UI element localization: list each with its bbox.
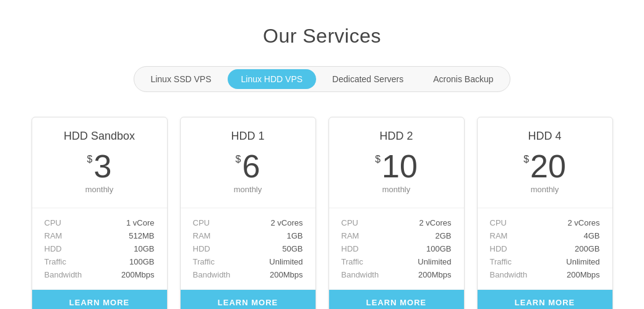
- spec-label: Traffic: [193, 257, 215, 266]
- card-hdd-1: HDD 1$6monthlyCPU2 vCoresRAM1GBHDD50GBTr…: [180, 117, 316, 309]
- spec-label: HDD: [490, 244, 507, 253]
- spec-row: Bandwidth200Mbps: [193, 270, 303, 279]
- spec-row: HDD200GB: [490, 244, 600, 253]
- price-symbol-hdd-sandbox: $: [87, 154, 93, 165]
- spec-label: HDD: [193, 244, 210, 253]
- price-symbol-hdd-1: $: [236, 154, 241, 165]
- learn-more-button-hdd-1[interactable]: LEARN MORE: [181, 290, 316, 309]
- card-specs-hdd-sandbox: CPU1 vCoreRAM512MBHDD10GBTraffic100GBBan…: [32, 208, 167, 290]
- card-name-hdd-4: HDD 4: [490, 130, 600, 143]
- spec-row: HDD50GB: [193, 244, 303, 253]
- spec-row: Bandwidth200Mbps: [45, 270, 155, 279]
- price-period-hdd-sandbox: monthly: [45, 185, 155, 194]
- card-hdd-4: HDD 4$20monthlyCPU2 vCoresRAM4GBHDD200GB…: [477, 117, 613, 309]
- spec-label: Bandwidth: [193, 270, 231, 279]
- spec-value: 100GB: [129, 257, 154, 266]
- card-hdd-2: HDD 2$10monthlyCPU2 vCoresRAM2GBHDD100GB…: [328, 117, 465, 309]
- spec-row: TrafficUnlimited: [490, 257, 600, 266]
- spec-label: Bandwidth: [490, 270, 528, 279]
- spec-value: 1GB: [286, 231, 303, 240]
- spec-label: Traffic: [490, 257, 512, 266]
- spec-row: Traffic100GB: [45, 257, 155, 266]
- spec-label: CPU: [341, 218, 358, 227]
- tab-dedicated-servers[interactable]: Dedicated Servers: [319, 69, 417, 89]
- spec-label: RAM: [45, 231, 62, 240]
- tabs-nav: Linux SSD VPSLinux HDD VPSDedicated Serv…: [134, 66, 510, 92]
- price-period-hdd-1: monthly: [193, 185, 303, 194]
- spec-row: TrafficUnlimited: [341, 257, 452, 266]
- cards-container: HDD Sandbox$3monthlyCPU1 vCoreRAM512MBHD…: [19, 117, 625, 309]
- spec-label: Traffic: [45, 257, 66, 266]
- card-hdd-sandbox: HDD Sandbox$3monthlyCPU1 vCoreRAM512MBHD…: [32, 117, 168, 309]
- spec-row: HDD10GB: [45, 244, 155, 253]
- spec-value: 512MB: [129, 231, 154, 240]
- learn-more-button-hdd-4[interactable]: LEARN MORE: [478, 290, 612, 309]
- spec-row: RAM2GB: [341, 231, 452, 240]
- spec-value: Unlimited: [269, 257, 303, 266]
- price-symbol-hdd-4: $: [523, 154, 529, 165]
- spec-value: 100GB: [426, 244, 451, 253]
- spec-value: 10GB: [134, 244, 154, 253]
- card-specs-hdd-2: CPU2 vCoresRAM2GBHDD100GBTrafficUnlimite…: [329, 208, 464, 290]
- price-amount-hdd-sandbox: 3: [93, 150, 111, 182]
- spec-row: CPU2 vCores: [341, 218, 452, 227]
- spec-row: TrafficUnlimited: [193, 257, 303, 266]
- spec-row: CPU2 vCores: [193, 218, 303, 227]
- spec-row: RAM1GB: [193, 231, 303, 240]
- spec-value: 200GB: [575, 244, 599, 253]
- spec-row: HDD100GB: [341, 244, 452, 253]
- card-name-hdd-2: HDD 2: [341, 130, 452, 143]
- spec-label: HDD: [45, 244, 62, 253]
- spec-row: RAM4GB: [490, 231, 600, 240]
- price-amount-hdd-2: 10: [382, 150, 418, 182]
- price-period-hdd-2: monthly: [341, 185, 452, 194]
- page-title: Our Services: [263, 25, 381, 48]
- spec-label: Traffic: [341, 257, 363, 266]
- tab-linux-ssd-vps[interactable]: Linux SSD VPS: [137, 69, 225, 89]
- tab-acronis-backup[interactable]: Acronis Backup: [419, 69, 507, 89]
- spec-value: 50GB: [282, 244, 303, 253]
- card-name-hdd-1: HDD 1: [193, 130, 303, 143]
- spec-label: CPU: [193, 218, 210, 227]
- spec-value: 2GB: [435, 231, 451, 240]
- price-period-hdd-4: monthly: [490, 185, 600, 194]
- spec-value: Unlimited: [566, 257, 599, 266]
- spec-value: 200Mbps: [270, 270, 303, 279]
- spec-value: Unlimited: [418, 257, 451, 266]
- spec-label: RAM: [341, 231, 359, 240]
- card-specs-hdd-4: CPU2 vCoresRAM4GBHDD200GBTrafficUnlimite…: [478, 208, 612, 290]
- spec-value: 4GB: [583, 231, 599, 240]
- price-amount-hdd-1: 6: [242, 150, 260, 182]
- tab-linux-hdd-vps[interactable]: Linux HDD VPS: [228, 69, 317, 89]
- spec-value: 2 vCores: [567, 218, 599, 227]
- spec-label: RAM: [193, 231, 211, 240]
- spec-value: 200Mbps: [121, 270, 154, 279]
- price-symbol-hdd-2: $: [375, 154, 380, 165]
- spec-label: Bandwidth: [45, 270, 82, 279]
- spec-value: 2 vCores: [270, 218, 303, 227]
- spec-label: Bandwidth: [341, 270, 379, 279]
- card-specs-hdd-1: CPU2 vCoresRAM1GBHDD50GBTrafficUnlimited…: [181, 208, 316, 290]
- spec-label: CPU: [45, 218, 61, 227]
- learn-more-button-hdd-sandbox[interactable]: LEARN MORE: [32, 290, 167, 309]
- spec-value: 200Mbps: [418, 270, 451, 279]
- spec-value: 200Mbps: [567, 270, 599, 279]
- spec-row: Bandwidth200Mbps: [341, 270, 452, 279]
- spec-label: RAM: [490, 231, 508, 240]
- card-name-hdd-sandbox: HDD Sandbox: [45, 130, 155, 143]
- learn-more-button-hdd-2[interactable]: LEARN MORE: [329, 290, 464, 309]
- spec-value: 1 vCore: [126, 218, 155, 227]
- spec-row: Bandwidth200Mbps: [490, 270, 600, 279]
- spec-value: 2 vCores: [419, 218, 451, 227]
- spec-label: CPU: [490, 218, 507, 227]
- spec-row: RAM512MB: [45, 231, 155, 240]
- spec-row: CPU2 vCores: [490, 218, 600, 227]
- spec-row: CPU1 vCore: [45, 218, 155, 227]
- price-amount-hdd-4: 20: [530, 150, 566, 182]
- spec-label: HDD: [341, 244, 359, 253]
